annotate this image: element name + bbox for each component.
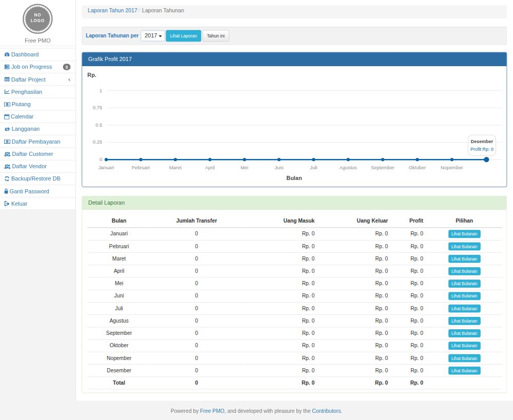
svg-text:Oktober: Oktober: [409, 165, 426, 170]
svg-text:NO: NO: [34, 13, 42, 17]
svg-text:Pebruari: Pebruari: [132, 165, 150, 170]
svg-text:April: April: [205, 165, 215, 170]
svg-text:Juni: Juni: [274, 165, 283, 170]
svg-text:Maret: Maret: [169, 165, 182, 170]
svg-text:0.5: 0.5: [95, 123, 102, 128]
svg-text:Agustus: Agustus: [340, 165, 357, 170]
svg-text:0.25: 0.25: [93, 139, 102, 145]
svg-text:Nopember: Nopember: [441, 165, 463, 170]
svg-text:0: 0: [100, 157, 102, 162]
svg-text:Januari: Januari: [98, 165, 114, 170]
svg-text:Mei: Mei: [241, 165, 248, 170]
svg-text:1: 1: [100, 88, 102, 93]
svg-text:Rp.: Rp.: [87, 72, 96, 78]
svg-text:Desember: Desember: [471, 139, 494, 144]
svg-text:LOGO: LOGO: [31, 18, 45, 23]
svg-text:September: September: [371, 165, 394, 170]
svg-text:Bulan: Bulan: [286, 175, 302, 181]
svg-text:Juli: Juli: [310, 165, 317, 170]
svg-text:0.75: 0.75: [93, 105, 102, 110]
svg-text:Profit Rp: 0: Profit Rp: 0: [470, 147, 494, 152]
